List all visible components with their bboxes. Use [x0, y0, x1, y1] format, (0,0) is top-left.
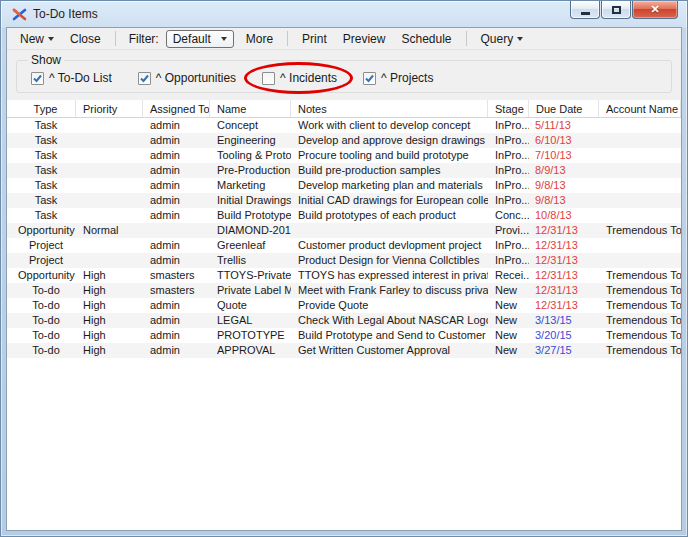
- cell-due_date: 9/8/13: [529, 193, 599, 208]
- column-header-name[interactable]: Name: [210, 100, 291, 117]
- cell-priority: High: [76, 343, 143, 358]
- maximize-button[interactable]: [601, 1, 631, 19]
- column-header-assigned_to[interactable]: Assigned To: [143, 100, 210, 117]
- checkbox[interactable]: [262, 72, 275, 85]
- cell-account: Tremendous To...: [599, 223, 681, 238]
- checkbox-label: ^ To-Do List: [49, 71, 112, 85]
- table-row[interactable]: ProjectadminTrellisProduct Design for Vi…: [7, 253, 681, 268]
- cell-account: Tremendous To...: [599, 283, 681, 298]
- cell-notes: Work with client to develop concept: [291, 118, 488, 133]
- show-checkbox-2[interactable]: ^ Incidents: [262, 71, 337, 85]
- cell-stage: New: [488, 283, 529, 298]
- cell-stage: InPro...: [488, 178, 529, 193]
- close-icon: ✕: [650, 4, 659, 15]
- table-row[interactable]: ProjectadminGreenleafCustomer product de…: [7, 238, 681, 253]
- cell-due_date: 8/9/13: [529, 163, 599, 178]
- cell-priority: High: [76, 313, 143, 328]
- query-button[interactable]: Query: [474, 30, 531, 48]
- cell-priority: [76, 118, 143, 133]
- cell-account: Tremendous To...: [599, 328, 681, 343]
- toolbar-separator: [287, 31, 288, 46]
- schedule-button[interactable]: Schedule: [394, 30, 458, 48]
- cell-name: PROTOTYPE: [210, 328, 291, 343]
- column-header-type[interactable]: Type: [16, 100, 76, 117]
- cell-due_date: 12/31/13: [529, 298, 599, 313]
- cell-notes: Develop marketing plan and materials: [291, 178, 488, 193]
- preview-button[interactable]: Preview: [336, 30, 393, 48]
- table-row[interactable]: TaskadminMarketingDevelop marketing plan…: [7, 178, 681, 193]
- cell-due_date: 12/31/13: [529, 238, 599, 253]
- new-button[interactable]: New: [13, 30, 61, 48]
- cell-type: Task: [16, 118, 76, 133]
- cell-notes: Provide Quote: [291, 298, 488, 313]
- filter-label: Filter:: [123, 30, 161, 48]
- cell-assigned_to: admin: [143, 253, 210, 268]
- cell-name: Marketing: [210, 178, 291, 193]
- cell-notes: Build Prototype and Send to Customer: [291, 328, 488, 343]
- show-checkbox-3[interactable]: ^ Projects: [363, 71, 433, 85]
- cell-assigned_to: admin: [143, 163, 210, 178]
- table-row[interactable]: To-doHighsmastersPrivate Label M...Meet …: [7, 283, 681, 298]
- table-row[interactable]: To-doHighadminLEGALCheck With Legal Abou…: [7, 313, 681, 328]
- table-row[interactable]: TaskadminTooling & Proto...Procure tooli…: [7, 148, 681, 163]
- cell-name: Pre-Production: [210, 163, 291, 178]
- cell-account: Tremendous To...: [599, 298, 681, 313]
- column-header-notes[interactable]: Notes: [291, 100, 488, 117]
- checkbox[interactable]: [363, 72, 376, 85]
- table-row[interactable]: To-doHighadminAPPROVALGet Written Custom…: [7, 343, 681, 358]
- print-button[interactable]: Print: [295, 30, 334, 48]
- cell-due_date: 3/13/15: [529, 313, 599, 328]
- table-row[interactable]: TaskadminBuild PrototypesBuild prototype…: [7, 208, 681, 223]
- cell-assigned_to: [143, 223, 210, 238]
- column-header-stage[interactable]: Stage: [488, 100, 529, 117]
- window-controls: ✕: [570, 1, 678, 19]
- table-row[interactable]: TaskadminConceptWork with client to deve…: [7, 118, 681, 133]
- minimize-button[interactable]: [570, 1, 600, 19]
- checkmark-icon: [364, 73, 375, 84]
- checkbox[interactable]: [31, 72, 44, 85]
- cell-stage: InPro...: [488, 118, 529, 133]
- table-row[interactable]: To-doHighadminQuoteProvide QuoteNew12/31…: [7, 298, 681, 313]
- show-checkbox-0[interactable]: ^ To-Do List: [31, 71, 112, 85]
- cell-priority: [76, 163, 143, 178]
- cell-stage: Recei...: [488, 268, 529, 283]
- cell-type: Task: [16, 193, 76, 208]
- column-header-account[interactable]: Account Name: [599, 100, 681, 117]
- cell-account: [599, 178, 681, 193]
- checkbox[interactable]: [138, 72, 151, 85]
- cell-notes: Meet with Frank Farley to discuss privat…: [291, 283, 488, 298]
- cell-name: Greenleaf: [210, 238, 291, 253]
- minimize-icon: [581, 12, 590, 15]
- titlebar[interactable]: To-Do Items ✕: [6, 1, 682, 27]
- table-row[interactable]: TaskadminPre-ProductionBuild pre-product…: [7, 163, 681, 178]
- cell-due_date: 6/10/13: [529, 133, 599, 148]
- column-header-due_date[interactable]: Due Date: [529, 100, 599, 117]
- more-button[interactable]: More: [239, 30, 280, 48]
- column-header-priority[interactable]: Priority: [76, 100, 143, 117]
- checkmark-icon: [32, 73, 43, 84]
- maximize-icon: [612, 6, 621, 14]
- cell-type: Opportunity: [16, 268, 76, 283]
- close-view-button[interactable]: Close: [63, 30, 108, 48]
- cell-due_date: 12/31/13: [529, 283, 599, 298]
- table-header: TypePriorityAssigned ToNameNotesStageDue…: [7, 100, 681, 118]
- cell-name: Tooling & Proto...: [210, 148, 291, 163]
- table-row[interactable]: OpportunityNormalDIAMOND-2013Provi...12/…: [7, 223, 681, 238]
- cell-type: Task: [16, 178, 76, 193]
- filter-dropdown[interactable]: Default: [166, 30, 234, 48]
- cell-due_date: 3/20/15: [529, 328, 599, 343]
- cell-account: [599, 163, 681, 178]
- table-row[interactable]: TaskadminEngineeringDevelop and approve …: [7, 133, 681, 148]
- window-close-button[interactable]: ✕: [632, 1, 678, 19]
- cell-stage: InPro...: [488, 193, 529, 208]
- cell-due_date: 12/31/13: [529, 223, 599, 238]
- cell-notes: Develop and approve design drawings: [291, 133, 488, 148]
- cell-type: Task: [16, 208, 76, 223]
- table-row[interactable]: To-doHighadminPROTOTYPEBuild Prototype a…: [7, 328, 681, 343]
- table-row[interactable]: TaskadminInitial DrawingsInitial CAD dra…: [7, 193, 681, 208]
- cell-notes: Initial CAD drawings for European collec…: [291, 193, 488, 208]
- cell-account: [599, 208, 681, 223]
- table-row[interactable]: OpportunityHighsmastersTTOYS-Private ...…: [7, 268, 681, 283]
- cell-assigned_to: admin: [143, 343, 210, 358]
- show-checkbox-1[interactable]: ^ Opportunities: [138, 71, 236, 85]
